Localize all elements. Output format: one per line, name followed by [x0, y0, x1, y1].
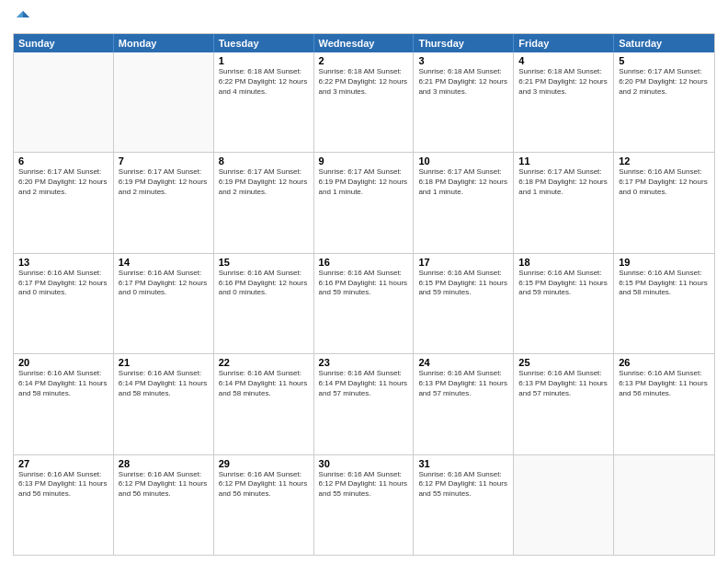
calendar-cell: 29Sunrise: 6:16 AM Sunset: 6:12 PM Dayli… — [214, 455, 314, 555]
calendar-cell: 12Sunrise: 6:16 AM Sunset: 6:17 PM Dayli… — [614, 153, 714, 252]
calendar-cell: 22Sunrise: 6:16 AM Sunset: 6:14 PM Dayli… — [214, 354, 314, 454]
day-info: Sunrise: 6:16 AM Sunset: 6:17 PM Dayligh… — [18, 269, 108, 298]
calendar-cell: 26Sunrise: 6:16 AM Sunset: 6:13 PM Dayli… — [614, 354, 714, 454]
day-number: 7 — [119, 155, 209, 167]
day-number: 23 — [319, 357, 409, 368]
day-number: 19 — [619, 257, 710, 268]
calendar-cell — [114, 52, 214, 152]
day-info: Sunrise: 6:16 AM Sunset: 6:13 PM Dayligh… — [418, 369, 508, 398]
calendar-cell: 19Sunrise: 6:16 AM Sunset: 6:15 PM Dayli… — [614, 254, 714, 353]
day-info: Sunrise: 6:16 AM Sunset: 6:15 PM Dayligh… — [518, 269, 609, 298]
header-day-tuesday: Tuesday — [214, 34, 314, 52]
day-info: Sunrise: 6:16 AM Sunset: 6:13 PM Dayligh… — [518, 369, 609, 398]
calendar-cell: 16Sunrise: 6:16 AM Sunset: 6:16 PM Dayli… — [314, 254, 415, 353]
day-number: 29 — [219, 458, 309, 469]
day-info: Sunrise: 6:18 AM Sunset: 6:21 PM Dayligh… — [518, 67, 609, 97]
day-number: 27 — [18, 458, 108, 469]
calendar-cell: 2Sunrise: 6:18 AM Sunset: 6:22 PM Daylig… — [314, 52, 415, 152]
header-day-saturday: Saturday — [614, 34, 714, 52]
day-info: Sunrise: 6:18 AM Sunset: 6:21 PM Dayligh… — [418, 67, 508, 97]
day-number: 5 — [619, 55, 710, 66]
day-number: 3 — [418, 55, 508, 66]
calendar-cell: 13Sunrise: 6:16 AM Sunset: 6:17 PM Dayli… — [14, 254, 114, 353]
day-number: 20 — [18, 357, 108, 368]
day-info: Sunrise: 6:18 AM Sunset: 6:22 PM Dayligh… — [319, 67, 409, 97]
day-info: Sunrise: 6:17 AM Sunset: 6:19 PM Dayligh… — [219, 167, 309, 197]
day-info: Sunrise: 6:17 AM Sunset: 6:20 PM Dayligh… — [619, 67, 710, 97]
calendar-cell: 31Sunrise: 6:16 AM Sunset: 6:12 PM Dayli… — [414, 455, 514, 555]
calendar-cell: 7Sunrise: 6:17 AM Sunset: 6:19 PM Daylig… — [114, 153, 214, 252]
calendar-header: SundayMondayTuesdayWednesdayThursdayFrid… — [14, 34, 714, 52]
day-info: Sunrise: 6:17 AM Sunset: 6:19 PM Dayligh… — [319, 167, 409, 197]
calendar-cell — [14, 52, 114, 152]
calendar-cell: 10Sunrise: 6:17 AM Sunset: 6:18 PM Dayli… — [414, 153, 514, 252]
day-info: Sunrise: 6:16 AM Sunset: 6:17 PM Dayligh… — [119, 269, 209, 298]
day-number: 12 — [619, 155, 710, 167]
calendar-cell: 6Sunrise: 6:17 AM Sunset: 6:20 PM Daylig… — [14, 153, 114, 252]
day-number: 28 — [119, 458, 209, 469]
calendar-cell: 15Sunrise: 6:16 AM Sunset: 6:16 PM Dayli… — [214, 254, 314, 353]
day-number: 2 — [319, 55, 409, 66]
calendar-row-1: 6Sunrise: 6:17 AM Sunset: 6:20 PM Daylig… — [14, 152, 714, 252]
calendar-cell: 25Sunrise: 6:16 AM Sunset: 6:13 PM Dayli… — [514, 354, 614, 454]
svg-marker-1 — [17, 11, 23, 17]
header-day-friday: Friday — [514, 34, 614, 52]
day-number: 31 — [418, 458, 508, 469]
day-info: Sunrise: 6:16 AM Sunset: 6:16 PM Dayligh… — [219, 269, 309, 298]
calendar-cell — [614, 455, 714, 555]
day-number: 1 — [219, 55, 309, 66]
calendar-cell: 28Sunrise: 6:16 AM Sunset: 6:12 PM Dayli… — [114, 455, 214, 555]
day-info: Sunrise: 6:16 AM Sunset: 6:12 PM Dayligh… — [119, 470, 209, 500]
calendar-body: 1Sunrise: 6:18 AM Sunset: 6:22 PM Daylig… — [14, 52, 714, 555]
day-info: Sunrise: 6:16 AM Sunset: 6:15 PM Dayligh… — [619, 269, 710, 298]
calendar-cell: 18Sunrise: 6:16 AM Sunset: 6:15 PM Dayli… — [514, 254, 614, 353]
calendar-cell: 23Sunrise: 6:16 AM Sunset: 6:14 PM Dayli… — [314, 354, 415, 454]
day-info: Sunrise: 6:16 AM Sunset: 6:12 PM Dayligh… — [219, 470, 309, 500]
day-number: 17 — [418, 257, 508, 268]
calendar-cell: 8Sunrise: 6:17 AM Sunset: 6:19 PM Daylig… — [214, 153, 314, 252]
calendar-cell: 21Sunrise: 6:16 AM Sunset: 6:14 PM Dayli… — [114, 354, 214, 454]
day-number: 26 — [619, 357, 710, 368]
day-number: 8 — [219, 155, 309, 167]
day-info: Sunrise: 6:16 AM Sunset: 6:13 PM Dayligh… — [18, 470, 108, 500]
day-info: Sunrise: 6:16 AM Sunset: 6:12 PM Dayligh… — [319, 470, 409, 500]
calendar-cell — [514, 455, 614, 555]
header-day-wednesday: Wednesday — [314, 34, 415, 52]
day-info: Sunrise: 6:16 AM Sunset: 6:14 PM Dayligh… — [219, 369, 309, 398]
calendar-cell: 20Sunrise: 6:16 AM Sunset: 6:14 PM Dayli… — [14, 354, 114, 454]
day-number: 21 — [119, 357, 209, 368]
day-number: 22 — [219, 357, 309, 368]
day-number: 15 — [219, 257, 309, 268]
day-info: Sunrise: 6:16 AM Sunset: 6:12 PM Dayligh… — [418, 470, 508, 500]
day-number: 9 — [319, 155, 409, 167]
day-number: 25 — [518, 357, 609, 368]
calendar-cell: 1Sunrise: 6:18 AM Sunset: 6:22 PM Daylig… — [214, 52, 314, 152]
day-info: Sunrise: 6:16 AM Sunset: 6:17 PM Dayligh… — [619, 167, 710, 197]
day-number: 16 — [319, 257, 409, 268]
day-info: Sunrise: 6:16 AM Sunset: 6:14 PM Dayligh… — [18, 369, 108, 398]
day-info: Sunrise: 6:17 AM Sunset: 6:19 PM Dayligh… — [119, 167, 209, 197]
calendar-cell: 30Sunrise: 6:16 AM Sunset: 6:12 PM Dayli… — [314, 455, 415, 555]
day-info: Sunrise: 6:16 AM Sunset: 6:15 PM Dayligh… — [418, 269, 508, 298]
calendar: SundayMondayTuesdayWednesdayThursdayFrid… — [13, 33, 715, 556]
calendar-cell: 4Sunrise: 6:18 AM Sunset: 6:21 PM Daylig… — [514, 52, 614, 152]
day-info: Sunrise: 6:16 AM Sunset: 6:14 PM Dayligh… — [119, 369, 209, 398]
calendar-cell: 17Sunrise: 6:16 AM Sunset: 6:15 PM Dayli… — [414, 254, 514, 353]
calendar-row-2: 13Sunrise: 6:16 AM Sunset: 6:17 PM Dayli… — [14, 253, 714, 353]
day-number: 30 — [319, 458, 409, 469]
day-number: 6 — [18, 155, 108, 167]
day-info: Sunrise: 6:16 AM Sunset: 6:14 PM Dayligh… — [319, 369, 409, 398]
svg-marker-0 — [23, 11, 29, 17]
calendar-cell: 5Sunrise: 6:17 AM Sunset: 6:20 PM Daylig… — [614, 52, 714, 152]
day-number: 10 — [418, 155, 508, 167]
calendar-cell: 11Sunrise: 6:17 AM Sunset: 6:18 PM Dayli… — [514, 153, 614, 252]
day-number: 14 — [119, 257, 209, 268]
day-number: 4 — [518, 55, 609, 66]
day-info: Sunrise: 6:17 AM Sunset: 6:18 PM Dayligh… — [518, 167, 609, 197]
day-info: Sunrise: 6:18 AM Sunset: 6:22 PM Dayligh… — [219, 67, 309, 97]
header-day-monday: Monday — [114, 34, 214, 52]
day-number: 11 — [518, 155, 609, 167]
logo-flag-icon — [15, 9, 31, 26]
page: SundayMondayTuesdayWednesdayThursdayFrid… — [0, 0, 728, 563]
logo — [13, 9, 31, 26]
